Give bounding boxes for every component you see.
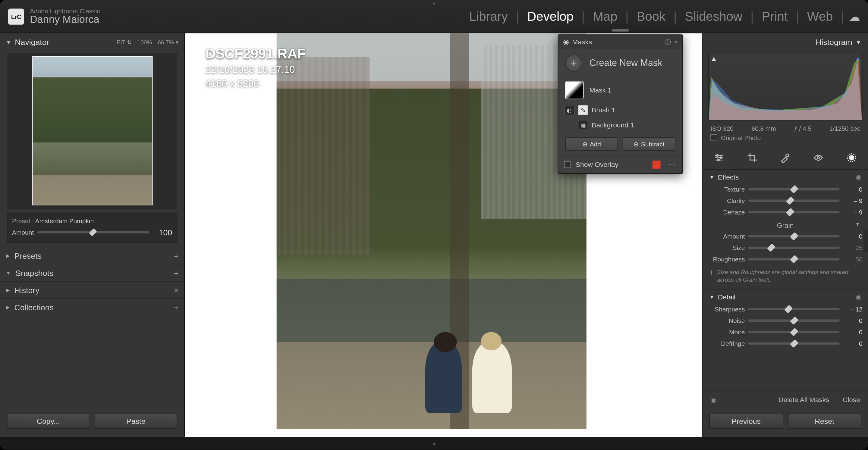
amount-slider[interactable] [37,231,149,233]
effects-group: ▼ Effects ◉ Texture 0 Clarity – 9 Dehaze… [702,170,868,290]
section-collections[interactable]: ▶ Collections + [0,298,184,315]
slider-track[interactable] [748,188,840,191]
nav-fit[interactable]: FIT ⇅ [117,39,132,45]
slider-value[interactable]: – 9 [843,209,863,216]
overlay-color-swatch[interactable] [652,161,661,169]
slider-track[interactable] [748,247,840,249]
photo-preview [277,33,587,429]
drag-grip-icon[interactable] [612,29,629,32]
reset-button[interactable]: Reset [787,413,861,429]
slider-value[interactable]: 0 [843,340,863,347]
slider-label: Defringe [708,340,745,347]
masks-panel[interactable]: ◉ Masks ⓘ » + Create New Mask Mask 1 ◐ ✎… [558,34,683,174]
slider-knob-icon [767,244,775,252]
previous-button[interactable]: Previous [709,413,783,429]
slider-value[interactable]: – 12 [843,306,863,313]
amount-value[interactable]: 100 [153,228,172,237]
create-mask-label: Create New Mask [589,58,662,68]
collapse-icon[interactable]: » [674,38,678,46]
close-link[interactable]: Close [843,396,860,404]
slider-track[interactable] [748,211,840,214]
navigator-thumbnail[interactable] [32,56,153,205]
module-web[interactable]: Web [799,9,841,24]
nav-zoom-667[interactable]: 66.7% ▾ [158,39,179,45]
right-disclose-icon[interactable] [864,229,868,252]
eye-icon[interactable]: ◉ [856,293,861,301]
slider-label: Moiré [708,329,745,335]
create-new-mask-row[interactable]: + Create New Mask [558,49,682,77]
edit-sliders-icon[interactable] [713,152,725,164]
navigator-header[interactable]: ▼ Navigator FIT ⇅ 100% 66.7% ▾ [0,33,184,50]
healing-brush-icon[interactable] [779,152,792,164]
delete-all-masks-link[interactable]: Delete All Masks [778,396,830,404]
mask-subtract-button[interactable]: ⊖ Subtract [623,137,675,151]
histogram-chart[interactable]: ▲ ▲ [708,53,863,121]
brush-icon[interactable]: ✎ [578,105,588,115]
slider-value[interactable]: 0 [843,317,863,324]
grain-subheader[interactable]: Grain ▼ [708,218,863,231]
mask-thumbnail[interactable] [565,81,584,99]
info-icon[interactable]: ⓘ [664,38,671,46]
eye-icon[interactable]: ◉ [710,396,716,404]
close-icon[interactable]: × [174,285,179,294]
slider-knob-icon [789,328,798,336]
slider-track[interactable] [748,320,840,322]
slider-value[interactable]: 0 [843,233,863,240]
masking-icon[interactable] [845,152,858,164]
section-snapshots[interactable]: ▼ Snapshots + [0,264,184,281]
module-map[interactable]: Map [585,9,625,24]
masks-panel-header[interactable]: ◉ Masks ⓘ » [558,35,682,49]
slider-track[interactable] [748,258,840,261]
eye-icon[interactable]: ◉ [856,173,861,181]
slider-value[interactable]: 25 [843,244,863,251]
cloud-sync-icon[interactable]: ☁ [849,9,860,23]
slider-label: Texture [708,186,745,193]
slider-row: Moiré 0 [708,326,863,338]
mask-component-label: Background 1 [592,121,634,129]
plus-icon[interactable]: + [174,302,179,312]
image-dimensions: 4160 x 5200 [206,78,306,90]
copy-button[interactable]: Copy... [7,413,90,429]
plus-icon[interactable]: + [174,251,179,260]
original-photo-checkbox[interactable] [710,134,717,141]
redeye-icon[interactable] [812,152,825,164]
slider-value[interactable]: 0 [843,186,863,193]
slider-row: Size 25 [708,242,863,253]
mask-item-1[interactable]: Mask 1 [558,77,682,103]
module-library[interactable]: Library [461,9,516,24]
background-icon[interactable]: ▦ [578,120,588,130]
slider-knob-icon [89,228,97,236]
more-icon[interactable]: ⋯ [669,161,677,169]
plus-icon[interactable]: + [174,268,179,277]
detail-header[interactable]: ▼ Detail ◉ [708,292,863,303]
slider-track[interactable] [748,308,840,310]
section-presets[interactable]: ▶ Presets + [0,247,184,264]
mask-add-button[interactable]: ⊕ Add [565,137,618,151]
mask-component-brush[interactable]: ◐ ✎ Brush 1 [558,103,682,118]
paste-button[interactable]: Paste [94,413,177,429]
slider-track[interactable] [748,200,840,202]
slider-track[interactable] [748,235,840,238]
crop-icon[interactable] [746,152,758,164]
slider-value[interactable]: 0 [843,329,863,335]
module-print[interactable]: Print [754,9,796,24]
slider-knob-icon [789,339,798,348]
module-book[interactable]: Book [629,9,674,24]
module-develop[interactable]: Develop [519,9,581,24]
subtract-icon: ⊖ [633,140,639,148]
histogram-header[interactable]: Histogram ▼ [702,33,868,50]
effects-header[interactable]: ▼ Effects ◉ [708,172,863,184]
slider-track[interactable] [748,343,840,345]
nav-zoom-100[interactable]: 100% [137,39,152,45]
eye-icon[interactable]: ◉ [563,38,569,46]
slider-value[interactable]: 50 [843,256,863,263]
plus-icon[interactable]: + [565,55,582,72]
slider-value[interactable]: – 9 [843,197,863,204]
section-history[interactable]: ▶ History × [0,281,184,298]
section-label: Snapshots [16,268,53,277]
show-overlay-checkbox[interactable] [564,161,571,168]
slider-track[interactable] [748,331,840,333]
visibility-toggle-icon[interactable]: ◐ [564,105,575,115]
mask-component-background[interactable]: ▦ Background 1 [558,118,682,132]
module-slideshow[interactable]: Slideshow [677,9,750,24]
